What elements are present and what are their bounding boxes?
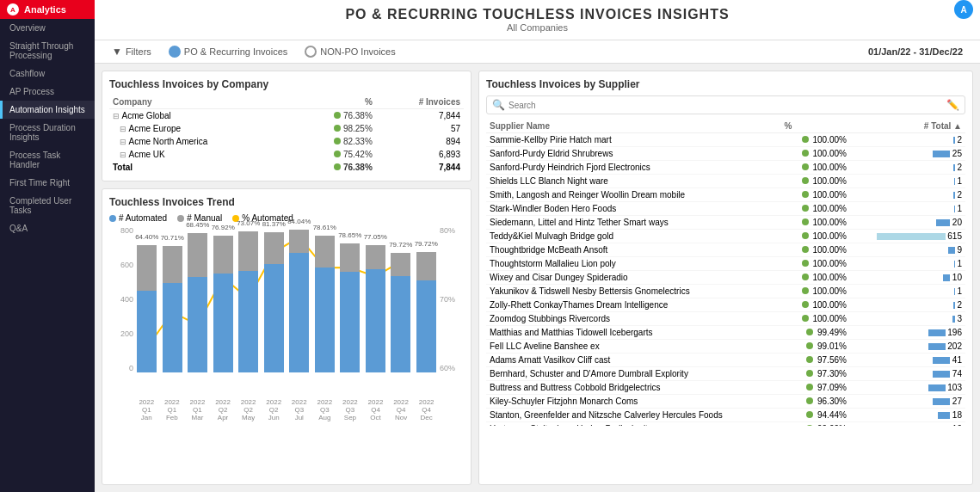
col-pct: % bbox=[293, 95, 376, 109]
sidebar-item-cashflow[interactable]: Cashflow bbox=[0, 65, 95, 83]
supplier-total: 202 bbox=[850, 340, 965, 354]
table-row[interactable]: Teddy&Kiel Mulvagh Bridge gold 100.00% 6… bbox=[486, 230, 965, 243]
x-label: 2022Q2May bbox=[237, 398, 260, 421]
bar-stack bbox=[340, 243, 360, 372]
sidebar-item-completed[interactable]: Completed User Tasks bbox=[0, 192, 95, 219]
pct-indicator bbox=[802, 218, 809, 225]
bar-stack bbox=[289, 230, 309, 372]
company-invoices: 7,844 bbox=[376, 161, 464, 174]
sidebar-item-process-duration[interactable]: Process Duration Insights bbox=[0, 119, 95, 146]
table-row[interactable]: Adams Arnatt Vasilkov Cliff cast 97.56% … bbox=[486, 354, 965, 367]
pct-indicator bbox=[806, 329, 813, 335]
table-row[interactable]: Yakunikov & Tidswell Nesby Bettersis Gno… bbox=[486, 285, 965, 298]
table-row[interactable]: Bernhard, Schuster and D'Amore Dumbrall … bbox=[486, 367, 965, 381]
total-bar bbox=[954, 206, 955, 212]
table-row[interactable]: Zolly-Rhett ConkayThames Dream Intellige… bbox=[486, 298, 965, 312]
table-row[interactable]: Sammie-Kellby Pirie Hatch mart 100.00% 2 bbox=[486, 133, 965, 147]
supplier-pct: 100.00% bbox=[786, 188, 850, 202]
supplier-name: Matthias and Matthias Tidowell Icebergar… bbox=[486, 326, 786, 340]
table-row[interactable]: Shields LLC Blanch Night ware 100.00% 1 bbox=[486, 175, 965, 188]
total-bar bbox=[933, 357, 950, 364]
pct-indicator bbox=[802, 136, 809, 143]
table-row[interactable]: Hartmann-Stoltenberg Harbor Padlockurity… bbox=[486, 422, 965, 427]
table-row[interactable]: Thoughtbridge McBeath Ansoft 100.00% 9 bbox=[486, 243, 965, 257]
sidebar-item-ap[interactable]: AP Process bbox=[0, 83, 95, 101]
auto-bar bbox=[264, 264, 284, 372]
supplier-name: Hartmann-Stoltenberg Harbor Padlockurity bbox=[486, 422, 786, 427]
supplier-total: 10 bbox=[850, 422, 965, 427]
manual-bar bbox=[137, 245, 157, 291]
sidebar-item-first-time[interactable]: First Time Right bbox=[0, 174, 95, 192]
date-range: 01/Jan/22 - 31/Dec/22 bbox=[868, 46, 963, 57]
table-row[interactable]: Buttress and Buttress Cobbold Bridgelect… bbox=[486, 381, 965, 395]
pct-indicator bbox=[802, 260, 809, 267]
auto-bar bbox=[163, 283, 182, 372]
table-row[interactable]: Zoomdog Stubbings Rivercords 100.00% 3 bbox=[486, 312, 965, 326]
bar-group: 70.71% bbox=[161, 226, 185, 372]
total-bar bbox=[953, 192, 955, 199]
table-row[interactable]: Fell LLC Aveline Banshee ex 99.01% 202 bbox=[486, 340, 965, 354]
sidebar-item-automation[interactable]: Automation Insights bbox=[0, 101, 95, 119]
bar-pct-label: 84.04% bbox=[287, 218, 311, 225]
avatar[interactable]: A bbox=[954, 0, 973, 19]
bar-group: 81.37% bbox=[262, 226, 287, 372]
manual-bar bbox=[315, 236, 335, 268]
company-name[interactable]: ⊟ Acme UK bbox=[109, 148, 293, 161]
table-row[interactable]: Sanford-Purdy Eldrid Shrubrews 100.00% 2… bbox=[486, 147, 965, 161]
bar-pct-label: 79.72% bbox=[389, 241, 413, 249]
bar-pct-label: 79.72% bbox=[415, 240, 439, 248]
table-row[interactable]: Thoughtstorm Mallalieu Lion poly 100.00%… bbox=[486, 257, 965, 271]
bar-stack bbox=[264, 232, 284, 372]
filters-button[interactable]: ▼ Filters bbox=[112, 46, 151, 58]
table-row[interactable]: Stark-Windler Boden Hero Foods 100.00% 1 bbox=[486, 202, 965, 216]
total-bar bbox=[948, 247, 954, 254]
table-row[interactable]: Smith, Langosh and Reinger Woollin Dream… bbox=[486, 188, 965, 202]
total-bar bbox=[953, 302, 955, 309]
bar-pct-label: 64.40% bbox=[135, 233, 159, 241]
supplier-name: Sanford-Purdy Heindrich Fjord Electronic… bbox=[486, 161, 786, 175]
supplier-pct: 90.00% bbox=[786, 422, 850, 427]
table-row[interactable]: Matthias and Matthias Tidowell Icebergar… bbox=[486, 326, 965, 340]
legend-auto-label: # Automated bbox=[119, 213, 167, 223]
supplier-name: Fell LLC Aveline Banshee ex bbox=[486, 340, 786, 354]
company-name[interactable]: ⊟ Acme Europe bbox=[109, 122, 293, 135]
manual-bar bbox=[238, 231, 258, 271]
bar-pct-label: 76.92% bbox=[212, 224, 236, 231]
bar-stack bbox=[238, 231, 258, 372]
search-input[interactable] bbox=[508, 101, 943, 110]
sidebar-item-process-task[interactable]: Process Task Handler bbox=[0, 146, 95, 174]
supplier-total: 103 bbox=[850, 381, 965, 395]
sidebar-item-stp[interactable]: Straight Through Processing bbox=[0, 37, 95, 65]
table-row[interactable]: Sanford-Purdy Heindrich Fjord Electronic… bbox=[486, 161, 965, 175]
pct-indicator bbox=[802, 232, 809, 239]
supplier-total: 74 bbox=[850, 367, 965, 381]
sidebar-item-overview[interactable]: Overview bbox=[0, 19, 95, 37]
table-row[interactable]: Siedemann, Littel and Hintz Tether Smart… bbox=[486, 216, 965, 230]
table-row[interactable]: Stanton, Greenfelder and Nitzsche Calver… bbox=[486, 409, 965, 422]
company-name[interactable]: ⊟ Acme Global bbox=[109, 109, 293, 123]
supplier-name: Sanford-Purdy Eldrid Shrubrews bbox=[486, 147, 786, 161]
search-bar: 🔍 ✏️ bbox=[486, 95, 965, 114]
pct-indicator bbox=[806, 397, 813, 404]
company-name[interactable]: ⊟ Acme North America bbox=[109, 135, 293, 148]
x-label: 2022Q2Jun bbox=[262, 398, 286, 421]
bar-stack bbox=[163, 246, 182, 372]
table-row[interactable]: Kiley-Schuyler Fitzjohn Monarch Coms 96.… bbox=[486, 395, 965, 409]
company-name[interactable]: Total bbox=[109, 161, 293, 174]
bar-group: 79.72% bbox=[415, 226, 439, 372]
bar-pct-label: 81.37% bbox=[262, 220, 287, 228]
supplier-total: 27 bbox=[850, 395, 965, 409]
company-pct: 76.38% bbox=[293, 109, 376, 123]
supplier-name: Adams Arnatt Vasilkov Cliff cast bbox=[486, 354, 786, 367]
po-recurring-radio[interactable]: PO & Recurring Invoices bbox=[169, 46, 287, 58]
main-content: PO & RECURRING TOUCHLESS INVOICES INSIGH… bbox=[95, 0, 980, 492]
nonpo-radio[interactable]: NON-PO Invoices bbox=[305, 46, 395, 58]
total-bar bbox=[954, 178, 955, 185]
supplier-scroll[interactable]: Sammie-Kellby Pirie Hatch mart 100.00% 2… bbox=[486, 133, 965, 426]
pct-indicator bbox=[806, 384, 813, 391]
total-bar bbox=[952, 316, 954, 323]
sidebar-item-qa[interactable]: Q&A bbox=[0, 219, 95, 237]
edit-icon[interactable]: ✏️ bbox=[946, 99, 959, 111]
trend-title: Touchless Invoices Trend bbox=[109, 196, 464, 208]
table-row[interactable]: Wixey and Cisar Dungey Spideradio 100.00… bbox=[486, 271, 965, 285]
